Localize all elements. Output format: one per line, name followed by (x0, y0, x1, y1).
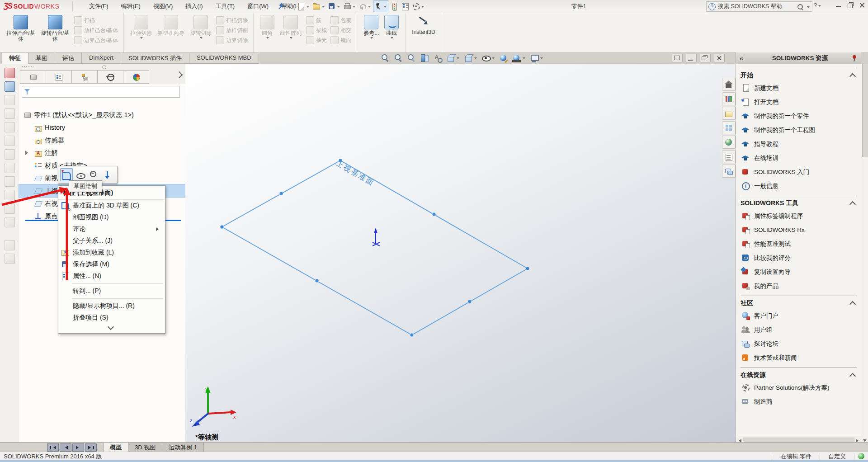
ribbon-button[interactable]: 拉伸凸台/基体 (4, 14, 38, 42)
collapse-chevron-icon[interactable] (849, 301, 856, 307)
search-icon[interactable] (797, 4, 803, 10)
panel-splitter[interactable] (19, 63, 185, 71)
panel-tab[interactable] (46, 70, 72, 84)
ribbon-button[interactable]: 拔模 (304, 25, 329, 35)
menu-item[interactable]: 工具(T) (210, 0, 241, 12)
dropdown-caret-icon[interactable] (474, 57, 477, 61)
left-toolbar-icon[interactable] (5, 176, 15, 187)
ribbon-tab[interactable]: SOLIDWORKS MBD (189, 53, 259, 64)
context-toolbar-button[interactable] (75, 169, 86, 181)
collapse-chevron-icon[interactable] (849, 73, 856, 79)
plane-label[interactable]: 上视基准面 (335, 159, 376, 187)
context-toolbar-button[interactable] (102, 169, 113, 181)
dropdown-caret-icon[interactable] (370, 37, 373, 40)
restore-icon[interactable] (847, 2, 854, 8)
ribbon-button[interactable]: 抽壳 (304, 35, 329, 45)
view-tool-button[interactable] (499, 53, 508, 62)
dropdown-caret-icon[interactable] (492, 57, 495, 61)
context-menu-item[interactable] (58, 297, 165, 300)
task-pane-link[interactable]: 复制设置向导 (741, 265, 857, 279)
ribbon-button[interactable]: 放样切割 (214, 25, 250, 35)
left-toolbar-icon[interactable] (5, 81, 15, 92)
dropdown-caret-icon[interactable] (523, 57, 525, 61)
dropdown-caret-icon[interactable] (322, 6, 325, 9)
context-menu-item[interactable]: 基准面上的 3D 草图 (C) (58, 200, 165, 212)
ribbon-button[interactable]: 扫描切除 (214, 15, 250, 25)
dropdown-caret-icon[interactable] (540, 57, 543, 61)
panel-tab[interactable] (71, 70, 98, 84)
dropdown-caret-icon[interactable] (368, 6, 371, 9)
close-doc-icon[interactable] (714, 54, 725, 62)
task-pane-link[interactable]: 一般信息 (741, 179, 857, 193)
context-menu-item[interactable] (58, 282, 165, 285)
view-tool-button[interactable] (420, 53, 429, 62)
ribbon-button[interactable]: 旋转切除 (188, 14, 214, 41)
context-menu-item[interactable]: 父子关系... (J) (58, 235, 165, 247)
panel-tab[interactable] (123, 70, 149, 84)
context-menu-item[interactable]: 剖面视图 (D) (58, 212, 165, 223)
task-pane-link[interactable]: SOLIDWORKS 入门 (741, 165, 857, 179)
scrollbar-thumb[interactable] (862, 61, 868, 157)
view-tool-button[interactable] (446, 53, 460, 62)
filter-input[interactable] (33, 88, 178, 96)
task-pane-link[interactable]: 制作我的第一个工程图 (741, 123, 857, 137)
left-toolbar-icon[interactable] (5, 95, 15, 105)
left-toolbar-icon[interactable] (5, 240, 15, 250)
ribbon-button[interactable]: 圆角 (258, 14, 277, 41)
task-pane-tab[interactable] (722, 150, 736, 163)
document-tab[interactable]: 模型 (103, 443, 128, 452)
view-tool-button[interactable] (394, 53, 403, 62)
task-pane-tab[interactable] (722, 78, 736, 91)
task-pane-link[interactable]: 探讨论坛 (741, 337, 857, 351)
view-tool-button[interactable] (433, 53, 442, 62)
ribbon-tab[interactable]: 草图 (28, 53, 55, 64)
context-menu-item[interactable]: 添加到收藏 (L) (58, 247, 165, 259)
view-tool-button[interactable] (530, 53, 543, 62)
task-pane-link[interactable]: 用户组 (741, 323, 857, 337)
search-caret-icon[interactable] (807, 6, 810, 9)
task-pane-link[interactable]: 属性标签编制程序 (741, 209, 857, 223)
help-search-box[interactable]: ? 搜索 SOLIDWORKS 帮助 (706, 1, 812, 12)
menu-item[interactable]: 插入(I) (180, 0, 208, 12)
context-menu-item[interactable]: 属性... (N) (58, 270, 165, 282)
task-pane-link[interactable]: 性能基准测试 (741, 237, 857, 251)
ribbon-button[interactable]: 参考... (361, 14, 381, 41)
panel-tab[interactable] (20, 70, 46, 84)
task-pane-link[interactable]: 打开文档 (741, 95, 857, 109)
ribbon-button[interactable]: 线性阵列 (278, 14, 304, 41)
next-tab-button[interactable] (72, 443, 84, 452)
plane-handles[interactable] (220, 159, 529, 337)
quick-access-button[interactable] (327, 1, 341, 12)
task-pane-tab[interactable] (722, 92, 736, 105)
ribbon-tab[interactable]: DimXpert (81, 53, 121, 64)
last-tab-button[interactable] (85, 443, 97, 452)
ribbon-button[interactable]: 旋转凸台/基体 (38, 14, 72, 42)
left-toolbar-icon[interactable] (5, 149, 15, 160)
ribbon-button[interactable]: 扫描 (72, 15, 120, 25)
task-pane-link[interactable]: 制作我的第一个零件 (741, 109, 857, 123)
context-menu-item[interactable]: 折叠项目 (S) (58, 312, 165, 324)
view-tool-button[interactable] (464, 53, 477, 62)
tree-item[interactable]: 注解 (19, 146, 185, 159)
dropdown-caret-icon[interactable] (290, 37, 292, 40)
ribbon-button[interactable]: Instant3D (410, 14, 437, 36)
context-toolbar-button[interactable] (60, 168, 73, 181)
left-toolbar-icon[interactable] (5, 217, 15, 227)
dropdown-caret-icon[interactable] (200, 37, 203, 40)
collapse-chevron-icon[interactable] (849, 201, 856, 207)
task-pane-link[interactable]: 技术警戒和新闻 (741, 351, 857, 365)
ribbon-button[interactable]: 边界凸台/基体 (72, 35, 120, 45)
ribbon-button[interactable]: 包覆 (329, 15, 353, 25)
minimize-doc-icon[interactable] (686, 54, 697, 62)
quick-access-button[interactable] (342, 1, 357, 12)
quick-access-button[interactable] (358, 1, 372, 12)
dropdown-caret-icon[interactable] (391, 37, 393, 40)
section-header[interactable]: SOLIDWORKS 工具 (741, 198, 857, 209)
view-tool-button[interactable] (407, 53, 416, 62)
help-menu[interactable]: ? (814, 2, 821, 9)
left-toolbar-icon[interactable] (5, 190, 15, 200)
pushpin-icon[interactable] (851, 55, 858, 62)
task-pane-link[interactable]: 客户门户 (741, 309, 857, 323)
quick-access-button[interactable] (311, 1, 326, 12)
document-tab[interactable]: 运动算例 1 (162, 443, 204, 452)
